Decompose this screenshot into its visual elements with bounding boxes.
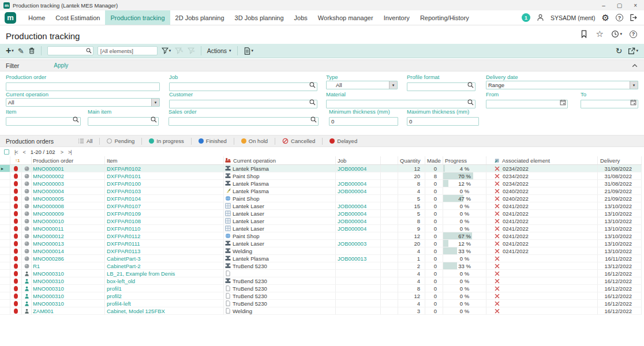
delivery-date-select[interactable]: Range▾ — [486, 81, 638, 89]
menu-item-reporting-history[interactable]: Reporting/History — [415, 10, 474, 25]
job-link[interactable] — [336, 262, 381, 269]
item-link[interactable]: DXFPAR0112 — [105, 232, 224, 239]
item-link[interactable]: DXFPAR0107 — [105, 202, 224, 209]
item-link[interactable]: DXFPAR0108 — [105, 217, 224, 224]
table-row[interactable]: MNO000003 DXFPAR0100 Lantek Plasma JOB00… — [0, 180, 642, 187]
production-order-link[interactable]: MNO000002 — [32, 172, 105, 179]
menu-item-2d-jobs-planning[interactable]: 2D Jobs planning — [170, 10, 230, 25]
production-order-link[interactable]: MNO000310 — [32, 270, 105, 277]
table-row[interactable]: R1 CabinetPart-2 TruBend 5230 2 0 33 % 1… — [0, 262, 642, 270]
item-link[interactable]: CabinetPart-3 — [105, 255, 224, 262]
item-link[interactable]: DXFPAR0109 — [105, 210, 224, 217]
production-order-link[interactable]: MNO000011 — [32, 225, 105, 232]
column-current-operation[interactable]: Current operation — [224, 156, 336, 164]
row-selector[interactable] — [0, 255, 10, 262]
remove-association-icon[interactable] — [495, 241, 500, 246]
user-name[interactable]: SYSADM (ment) — [551, 14, 596, 21]
menu-item-cost-estimation[interactable]: Cost Estimation — [50, 10, 105, 25]
remove-association-icon[interactable] — [495, 294, 500, 299]
row-selector[interactable] — [0, 300, 10, 307]
legend-all[interactable]: All — [78, 138, 93, 144]
item-input[interactable] — [6, 117, 81, 126]
report-button[interactable]: ▾ — [244, 47, 254, 55]
row-selector[interactable] — [0, 165, 10, 172]
job-link[interactable] — [336, 307, 381, 314]
job-link[interactable]: JOB000003 — [336, 240, 381, 247]
max-thickness-input[interactable] — [407, 117, 479, 126]
table-row[interactable]: MNO000286 CabinetPart-3 Lantek Plasma JO… — [0, 255, 642, 262]
legend-delayed[interactable]: Delayed — [330, 138, 357, 144]
row-selector[interactable] — [0, 195, 10, 202]
search-icon[interactable] — [73, 116, 79, 123]
table-row[interactable]: MNO000014 DXFPAR0113 Welding 4 0 33 % 02… — [0, 247, 642, 255]
job-link[interactable] — [336, 172, 381, 179]
job-link[interactable]: JOB000004 — [336, 210, 381, 217]
row-selector[interactable] — [0, 172, 10, 179]
current-operation-select[interactable]: All▾ — [6, 98, 160, 107]
history-clock-icon[interactable]: ▾ — [611, 30, 622, 38]
row-selector[interactable] — [0, 217, 10, 224]
logout-icon[interactable] — [630, 14, 637, 21]
select-all-checkbox[interactable] — [4, 149, 9, 155]
item-link[interactable]: DXFPAR0103 — [105, 187, 224, 194]
remove-association-icon[interactable] — [495, 264, 500, 269]
maximize-button[interactable]: ▢ — [617, 2, 622, 9]
item-link[interactable]: CabinetPart-2 — [105, 262, 224, 269]
search-icon[interactable] — [467, 82, 474, 88]
production-order-link[interactable]: MNO000310 — [32, 277, 105, 284]
chevron-down-icon[interactable]: ▾ — [630, 81, 638, 89]
job-link[interactable] — [336, 232, 381, 239]
table-row[interactable]: MNO000013 DXFPAR0111 Lantek Laser JOB000… — [0, 240, 642, 247]
remove-association-icon[interactable] — [495, 286, 500, 291]
item-link[interactable]: DXFPAR0113 — [105, 247, 224, 254]
row-selector[interactable] — [0, 307, 10, 314]
column-delivery[interactable]: Delivery — [598, 156, 642, 164]
search-icon[interactable] — [86, 48, 92, 54]
material-input[interactable] — [326, 100, 475, 108]
column-progress[interactable]: Progress — [443, 156, 486, 164]
search-icon[interactable] — [151, 116, 157, 123]
job-link[interactable] — [336, 277, 381, 284]
menu-item-jobs[interactable]: Jobs — [289, 10, 313, 25]
job-link[interactable] — [336, 195, 381, 202]
job-link[interactable] — [336, 247, 381, 254]
remove-association-icon[interactable] — [495, 174, 500, 179]
job-link[interactable] — [336, 292, 381, 299]
remove-association-icon[interactable] — [495, 249, 500, 254]
job-input[interactable] — [169, 82, 317, 91]
clear-filter-button[interactable]: × — [188, 47, 195, 54]
menu-item-inventory[interactable]: Inventory — [379, 10, 415, 25]
production-order-link[interactable]: R1 — [32, 262, 105, 269]
main-item-input[interactable] — [88, 117, 159, 126]
item-link[interactable]: profil2 — [105, 292, 224, 299]
profile-format-input[interactable] — [407, 82, 475, 91]
last-page-button[interactable]: >| — [68, 149, 72, 155]
item-link[interactable]: DXFPAR0110 — [105, 225, 224, 232]
row-selector[interactable] — [0, 292, 10, 299]
column-job[interactable]: Job — [336, 156, 381, 164]
production-order-link[interactable]: MNO000012 — [32, 232, 105, 239]
to-date-input[interactable] — [581, 100, 638, 108]
brand-logo[interactable]: m — [5, 12, 16, 24]
job-link[interactable]: JOB000004 — [336, 187, 381, 194]
production-order-link[interactable]: MNO000010 — [32, 217, 105, 224]
item-link[interactable]: DXFPAR0102 — [105, 165, 224, 172]
production-order-link[interactable]: MNO000004 — [32, 187, 105, 194]
job-link[interactable] — [336, 300, 381, 307]
job-link[interactable]: JOB000004 — [336, 225, 381, 232]
help-icon[interactable]: ? — [616, 14, 623, 21]
production-order-link[interactable]: MNO000005 — [32, 195, 105, 202]
sort-header[interactable]: ↑1 — [10, 156, 32, 164]
row-selector[interactable] — [0, 240, 10, 247]
legend-in-progress[interactable]: In progress — [149, 138, 184, 144]
job-link[interactable] — [336, 285, 381, 292]
actions-button[interactable]: Actions ▾ — [207, 47, 231, 54]
customer-input[interactable] — [169, 100, 317, 108]
row-selector[interactable] — [0, 277, 10, 284]
table-row[interactable]: MNO000010 DXFPAR0108 Lantek Laser JOB000… — [0, 217, 642, 225]
table-row[interactable]: MNO000011 DXFPAR0110 Lantek Laser JOB000… — [0, 225, 642, 232]
row-selector[interactable] — [0, 285, 10, 292]
menu-item-production-tracking[interactable]: Production tracking — [105, 10, 170, 25]
remove-association-icon[interactable] — [495, 181, 500, 186]
menu-item-home[interactable]: Home — [23, 10, 50, 25]
